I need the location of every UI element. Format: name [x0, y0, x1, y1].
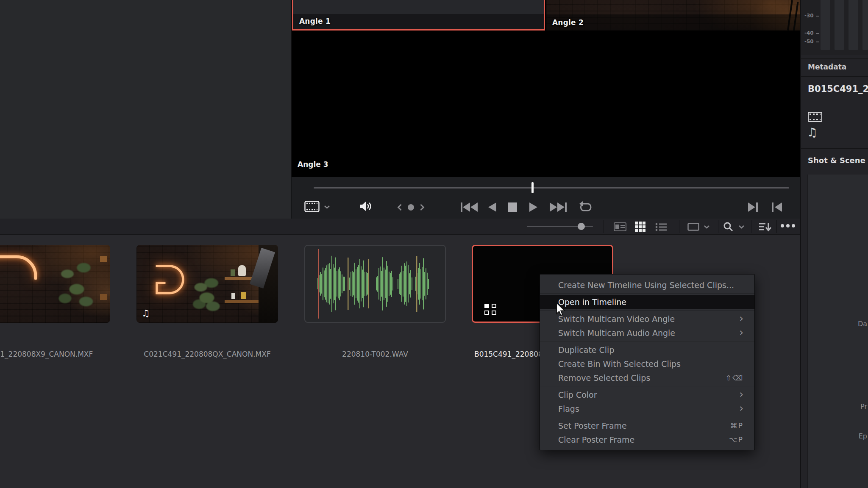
bust-art	[238, 265, 246, 276]
toolbar-divider	[718, 220, 718, 233]
toolbar-divider	[751, 220, 751, 233]
media-pool-toolbar	[0, 219, 800, 235]
multicam-badge-icon	[484, 304, 496, 315]
angle-2-tile[interactable]: Angle 2	[546, 0, 801, 30]
meter-column	[821, 0, 830, 50]
plant-art	[53, 255, 100, 317]
angle-2-label: Angle 2	[552, 18, 584, 27]
search-icon[interactable]	[723, 222, 733, 232]
menu-item-set-poster-frame[interactable]: Set Poster Frame⌘P	[540, 419, 754, 433]
menu-separator	[540, 293, 754, 294]
metadata-panel: -30 -40 -50 Metadata B015C491_2208 ♫ Sho…	[801, 0, 868, 488]
metadata-view-button[interactable]	[614, 222, 626, 231]
clip-thumbnail: ♫	[136, 245, 278, 323]
stop-button[interactable]	[508, 202, 517, 212]
jog-control[interactable]	[398, 204, 423, 211]
menu-item-switch-audio-angle[interactable]: Switch Multicam Audio Angle›	[540, 326, 754, 340]
field-label-fragment: Ep	[859, 432, 867, 440]
audio-badge-icon: ♫	[142, 308, 150, 319]
left-empty-panel	[0, 0, 291, 219]
chevron-down-icon[interactable]	[704, 225, 710, 229]
field-label-fragment: Pr	[860, 402, 867, 410]
loop-playback-icon[interactable]	[579, 201, 593, 214]
match-start-button[interactable]	[771, 202, 782, 213]
sort-order-button[interactable]	[759, 222, 772, 232]
menu-separator	[540, 310, 754, 311]
list-view-button[interactable]	[655, 222, 667, 232]
play-button[interactable]	[529, 202, 538, 213]
clip-thumbnail	[304, 245, 446, 323]
angle-3-label: Angle 3	[298, 160, 328, 169]
thumbnail-size-slider-knob[interactable]	[578, 223, 585, 230]
music-note-icon: ♫	[807, 125, 818, 139]
object-art	[241, 292, 246, 299]
metadata-header: Metadata	[808, 63, 846, 71]
chevron-down-icon[interactable]	[324, 205, 330, 209]
menu-item-open-in-timeline[interactable]: Open in Timeline	[540, 295, 754, 309]
multicam-grid: Angle 1 Angle 2 Angle 3	[292, 0, 801, 177]
object-art	[231, 293, 235, 299]
filmstrip-icon	[808, 112, 822, 122]
jog-right-icon	[418, 204, 425, 211]
divider	[801, 58, 868, 59]
next-edit-button[interactable]	[748, 202, 759, 213]
playhead[interactable]	[531, 182, 534, 193]
clip-filename: C021C491_220808QX_CANON.MXF	[136, 350, 278, 358]
meter-column	[835, 0, 844, 50]
first-frame-button[interactable]	[460, 202, 478, 213]
angle-2-label-strip	[546, 14, 801, 30]
menu-separator	[540, 386, 754, 386]
media-clip-audio[interactable]: 220810-T002.WAV	[304, 245, 446, 323]
plant-art	[192, 274, 222, 317]
thumbnail-view-button[interactable]	[635, 222, 645, 232]
shot-scene-header: Shot & Scene	[808, 156, 865, 165]
toolbar-divider	[604, 220, 604, 233]
menu-item-switch-video-angle[interactable]: Switch Multicam Video Angle›	[540, 312, 754, 326]
menu-item-clip-color[interactable]: Clip Color›	[540, 388, 754, 402]
divider	[801, 76, 868, 77]
multicam-viewer: Angle 1 Angle 2 Angle 3	[292, 0, 801, 219]
audio-meters: -30 -40 -50	[801, 0, 868, 55]
shelf-art	[100, 256, 107, 262]
preview-mode-button[interactable]	[687, 223, 699, 231]
jog-dot-icon	[408, 204, 414, 211]
plant-small-art	[231, 269, 235, 276]
meter-column	[849, 0, 858, 50]
angle-1-label-strip	[293, 14, 544, 29]
menu-item-clear-poster-frame[interactable]: Clear Poster Frame⌥P	[540, 433, 754, 446]
panel-divider	[800, 0, 801, 488]
menu-item-create-new-timeline[interactable]: Create New Timeline Using Selected Clips…	[540, 278, 754, 292]
media-clip-video-1[interactable]: C491_220808X9_CANON.MXF	[0, 245, 110, 323]
menu-item-flags[interactable]: Flags›	[540, 402, 754, 416]
jog-left-icon	[398, 204, 404, 211]
angle-1-label: Angle 1	[299, 17, 331, 25]
audio-monitor-icon[interactable]	[359, 200, 372, 213]
meter-tick--30: -30	[804, 13, 814, 19]
last-frame-button[interactable]	[549, 202, 567, 213]
clip-filename: C491_220808X9_CANON.MXF	[0, 350, 110, 358]
clip-filename: 220810-T002.WAV	[304, 350, 446, 358]
play-reverse-button[interactable]	[487, 202, 497, 213]
toolbar-divider	[776, 220, 777, 233]
divider	[801, 148, 868, 149]
meter-tick--40: -40	[804, 30, 814, 36]
menu-item-duplicate-clip[interactable]: Duplicate Clip	[540, 343, 754, 357]
mouse-cursor	[555, 302, 566, 318]
media-clip-video-2[interactable]: ♫ C021C491_220808QX_CANON.MXF	[136, 245, 278, 323]
transport-controls	[292, 196, 801, 219]
shelf-art	[100, 294, 107, 300]
more-options-button[interactable]	[781, 224, 795, 227]
meter-column	[862, 0, 868, 50]
menu-separator	[540, 341, 754, 341]
chevron-down-icon[interactable]	[738, 225, 745, 229]
menu-item-remove-selected-clips[interactable]: Remove Selected Clips⇧⌫	[540, 371, 754, 385]
menu-item-create-bin[interactable]: Create Bin With Selected Clips	[540, 357, 754, 371]
clip-thumbnail	[0, 245, 110, 323]
angle-1-tile[interactable]: Angle 1	[292, 0, 545, 30]
clip-source-icon[interactable]	[304, 201, 320, 212]
scrubber-track[interactable]	[314, 187, 789, 189]
field-label-fragment: Da	[858, 320, 867, 328]
menu-separator	[540, 417, 754, 417]
toolbar-divider	[679, 220, 679, 233]
metadata-editor-area: Da Pr Ep	[807, 175, 868, 488]
